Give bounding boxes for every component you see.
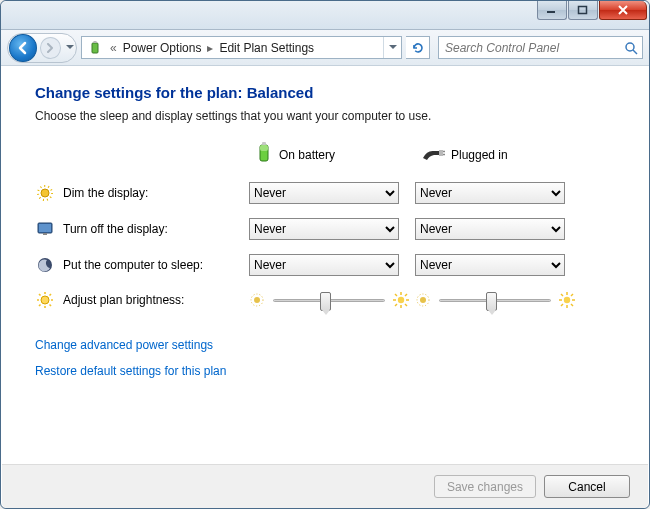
svg-line-35 <box>405 304 407 306</box>
navbar: « Power Options ▸ Edit Plan Settings <box>1 30 649 66</box>
advanced-settings-link[interactable]: Change advanced power settings <box>35 338 615 352</box>
column-header-battery: On battery <box>249 141 415 168</box>
battery-icon <box>255 141 273 168</box>
svg-line-26 <box>39 305 41 307</box>
svg-rect-9 <box>439 150 443 156</box>
svg-line-37 <box>395 304 397 306</box>
breadcrumb[interactable]: « Power Options ▸ Edit Plan Settings <box>81 36 402 59</box>
turnoff-battery-select[interactable]: Never <box>249 218 399 240</box>
dim-icon <box>35 183 55 203</box>
row-label-turnoff: Turn off the display: <box>35 219 249 239</box>
svg-rect-16 <box>43 233 47 235</box>
back-button[interactable] <box>9 34 37 62</box>
svg-line-45 <box>561 294 563 296</box>
svg-line-5 <box>633 50 637 54</box>
svg-point-40 <box>564 297 570 303</box>
svg-point-27 <box>254 297 260 303</box>
svg-line-48 <box>561 304 563 306</box>
window-frame: « Power Options ▸ Edit Plan Settings <box>0 0 650 509</box>
settings-grid: On battery Plugged in <box>35 141 615 310</box>
links-area: Change advanced power settings Restore d… <box>35 338 615 378</box>
sleep-battery-select[interactable]: Never <box>249 254 399 276</box>
address-dropdown[interactable] <box>383 37 401 58</box>
slider-thumb[interactable] <box>486 292 497 311</box>
column-label: On battery <box>279 148 335 162</box>
row-label-text: Turn off the display: <box>63 222 168 236</box>
column-label: Plugged in <box>451 148 508 162</box>
svg-rect-7 <box>262 142 266 145</box>
moon-icon <box>35 255 55 275</box>
breadcrumb-sep: « <box>106 41 121 55</box>
refresh-button[interactable] <box>406 36 430 59</box>
svg-line-25 <box>50 294 52 296</box>
svg-rect-15 <box>39 224 51 232</box>
column-header-plugged: Plugged in <box>415 144 581 165</box>
forward-button[interactable] <box>40 37 62 59</box>
row-label-dim: Dim the display: <box>35 183 249 203</box>
breadcrumb-item[interactable]: Power Options <box>121 41 204 55</box>
brightness-battery-slider[interactable] <box>273 299 385 302</box>
restore-defaults-link[interactable]: Restore default settings for this plan <box>35 364 615 378</box>
svg-point-18 <box>41 296 49 304</box>
row-label-brightness: Adjust plan brightness: <box>35 290 249 310</box>
nav-back-forward-group <box>7 33 77 63</box>
sun-bright-icon <box>559 292 575 308</box>
search-box <box>438 36 643 59</box>
content-area: Change settings for the plan: Balanced C… <box>1 66 649 398</box>
cancel-button[interactable]: Cancel <box>544 475 630 498</box>
svg-rect-8 <box>260 145 268 151</box>
save-button[interactable]: Save changes <box>434 475 536 498</box>
svg-line-46 <box>571 304 573 306</box>
sun-dim-icon <box>415 292 431 308</box>
sun-bright-icon <box>393 292 409 308</box>
turnoff-plugged-select[interactable]: Never <box>415 218 565 240</box>
row-label-sleep: Put the computer to sleep: <box>35 255 249 275</box>
svg-line-34 <box>395 294 397 296</box>
close-button[interactable] <box>599 1 647 20</box>
sleep-plugged-select[interactable]: Never <box>415 254 565 276</box>
minimize-button[interactable] <box>537 1 567 20</box>
svg-rect-3 <box>94 41 97 43</box>
svg-line-47 <box>571 294 573 296</box>
breadcrumb-item[interactable]: Edit Plan Settings <box>217 41 316 55</box>
page-subtitle: Choose the sleep and display settings th… <box>35 109 615 123</box>
sun-dim-icon <box>249 292 265 308</box>
brightness-plugged-cell <box>415 292 575 308</box>
titlebar <box>1 1 649 30</box>
brightness-plugged-slider[interactable] <box>439 299 551 302</box>
brightness-battery-cell <box>249 292 409 308</box>
search-icon[interactable] <box>620 37 642 58</box>
svg-point-4 <box>626 43 634 51</box>
monitor-icon <box>35 219 55 239</box>
svg-line-36 <box>405 294 407 296</box>
power-options-icon <box>86 39 104 57</box>
page-title: Change settings for the plan: Balanced <box>35 84 615 101</box>
dim-plugged-select[interactable]: Never <box>415 182 565 204</box>
dim-battery-select[interactable]: Never <box>249 182 399 204</box>
breadcrumb-sep: ▸ <box>203 41 217 55</box>
svg-rect-0 <box>547 11 555 13</box>
plug-icon <box>421 144 445 165</box>
slider-thumb[interactable] <box>320 292 331 311</box>
svg-point-12 <box>41 189 49 197</box>
footer: Save changes Cancel <box>2 464 648 508</box>
svg-line-24 <box>50 305 52 307</box>
svg-point-38 <box>420 297 426 303</box>
svg-rect-2 <box>92 43 98 53</box>
svg-rect-1 <box>579 7 587 14</box>
maximize-button[interactable] <box>568 1 598 20</box>
search-input[interactable] <box>439 41 620 55</box>
svg-line-23 <box>39 294 41 296</box>
recent-pages-dropdown[interactable] <box>64 41 76 55</box>
row-label-text: Put the computer to sleep: <box>63 258 203 272</box>
sun-icon <box>35 290 55 310</box>
row-label-text: Dim the display: <box>63 186 148 200</box>
svg-point-29 <box>398 297 404 303</box>
row-label-text: Adjust plan brightness: <box>63 293 184 307</box>
